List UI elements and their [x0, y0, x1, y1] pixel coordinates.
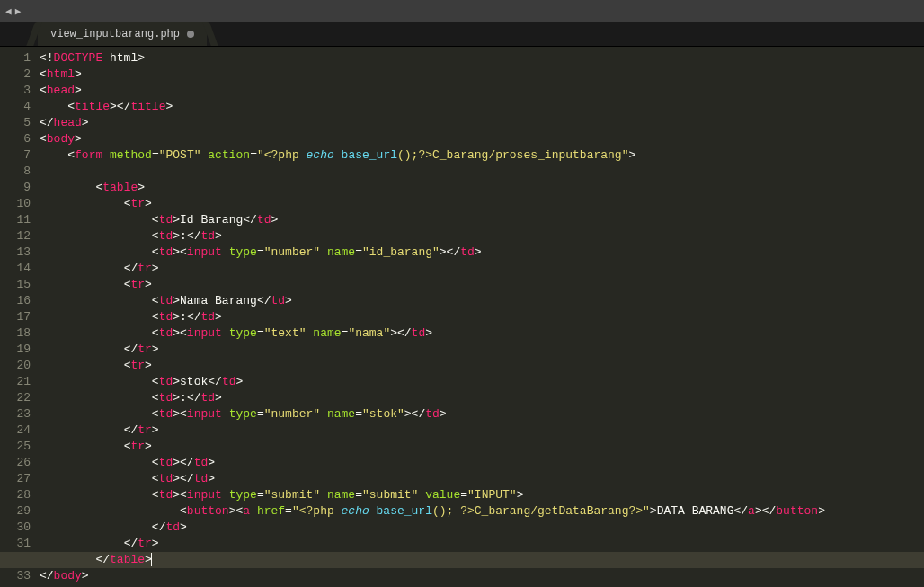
code-line[interactable]: </tr>: [40, 536, 924, 552]
line-number: 31: [0, 536, 31, 552]
dirty-indicator-icon: [187, 31, 194, 38]
line-number: 9: [0, 180, 31, 196]
cursor-icon: [151, 553, 152, 566]
code-line[interactable]: <td>:</td>: [40, 309, 924, 325]
code-line[interactable]: <title></title>: [40, 99, 924, 115]
line-number: 23: [0, 406, 31, 422]
tab-active[interactable]: view_inputbarang.php: [38, 22, 207, 46]
line-number: 28: [0, 487, 31, 503]
line-number: 8: [0, 164, 31, 180]
back-icon[interactable]: ◀: [5, 5, 12, 17]
code-line[interactable]: <td>Nama Barang</td>: [40, 293, 924, 309]
code-line[interactable]: <td><input type="number" name="stok"></t…: [40, 406, 924, 422]
code-line[interactable]: <td><input type="number" name="id_barang…: [40, 245, 924, 261]
code-line[interactable]: <td>Id Barang</td>: [40, 212, 924, 228]
code-area[interactable]: <!DOCTYPE html><html><head> <title></tit…: [40, 47, 924, 587]
line-number: 7: [0, 147, 31, 164]
line-number: 3: [0, 83, 31, 99]
code-line[interactable]: <head>: [40, 83, 924, 99]
code-line[interactable]: <tr>: [40, 358, 924, 374]
code-line[interactable]: <html>: [40, 67, 924, 83]
code-line[interactable]: </tr>: [40, 342, 924, 358]
code-line[interactable]: <td>stok</td>: [40, 374, 924, 390]
code-line[interactable]: <td><input type="text" name="nama"></td>: [40, 325, 924, 342]
code-line[interactable]: <body>: [40, 131, 924, 147]
line-number: 22: [0, 390, 31, 406]
line-number: 33: [0, 568, 31, 584]
line-number: 30: [0, 520, 31, 536]
editor[interactable]: 1234567891011121314151617181920212223242…: [0, 47, 924, 587]
code-line[interactable]: <td>:</td>: [40, 228, 924, 245]
line-number: 18: [0, 325, 31, 342]
line-number: 1: [0, 50, 31, 67]
line-number: 14: [0, 261, 31, 277]
line-number: 17: [0, 309, 31, 325]
forward-icon[interactable]: ▶: [15, 5, 22, 17]
code-line[interactable]: <td></td>: [40, 455, 924, 471]
line-number: 5: [0, 115, 31, 131]
line-number: 4: [0, 99, 31, 115]
line-number: 19: [0, 342, 31, 358]
titlebar: ◀ ▶: [0, 0, 924, 22]
line-number: 13: [0, 245, 31, 261]
line-number: 6: [0, 131, 31, 147]
line-number: 16: [0, 293, 31, 309]
line-number: 21: [0, 374, 31, 390]
code-line[interactable]: </body>: [40, 568, 924, 584]
code-line[interactable]: <form method="POST" action="<?php echo b…: [40, 147, 924, 164]
code-line[interactable]: <button><a href="<?php echo base_url(); …: [40, 503, 924, 520]
line-number: 2: [0, 67, 31, 83]
line-number: 12: [0, 228, 31, 245]
code-line[interactable]: [40, 164, 924, 180]
line-number: 26: [0, 455, 31, 471]
code-line[interactable]: </tr>: [40, 261, 924, 277]
tabbar: view_inputbarang.php: [0, 22, 924, 47]
nav-arrows: ◀ ▶: [5, 5, 21, 17]
line-number: 24: [0, 422, 31, 439]
line-number: 10: [0, 196, 31, 212]
gutter: 1234567891011121314151617181920212223242…: [0, 47, 40, 587]
line-number: 29: [0, 503, 31, 520]
code-line[interactable]: <td>:</td>: [40, 390, 924, 406]
line-number: 27: [0, 471, 31, 487]
tab-filename: view_inputbarang.php: [50, 28, 180, 40]
line-number: 20: [0, 358, 31, 374]
code-line[interactable]: </table>: [0, 552, 924, 568]
line-number: 15: [0, 277, 31, 293]
code-line[interactable]: <td></td>: [40, 471, 924, 487]
code-line[interactable]: </td>: [40, 520, 924, 536]
line-number: 11: [0, 212, 31, 228]
code-line[interactable]: <tr>: [40, 196, 924, 212]
code-line[interactable]: <tr>: [40, 277, 924, 293]
code-line[interactable]: <td><input type="submit" name="submit" v…: [40, 487, 924, 503]
code-line[interactable]: <tr>: [40, 439, 924, 455]
code-line[interactable]: <!DOCTYPE html>: [40, 50, 924, 67]
code-line[interactable]: </tr>: [40, 422, 924, 439]
code-line[interactable]: <table>: [40, 180, 924, 196]
code-line[interactable]: </head>: [40, 115, 924, 131]
line-number: 25: [0, 439, 31, 455]
